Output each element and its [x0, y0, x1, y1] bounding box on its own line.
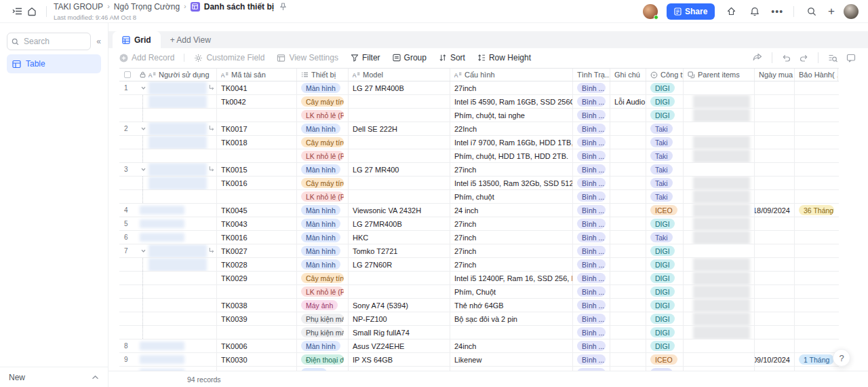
cell-company[interactable]: Taki — [646, 122, 684, 135]
cell-asset-code[interactable] — [217, 326, 297, 339]
cell-purchase-date[interactable] — [755, 122, 795, 135]
row-height-button[interactable]: Row Height — [477, 53, 531, 62]
cell-asset-code[interactable]: TK0030 — [217, 353, 297, 366]
filter-button[interactable]: Filter — [351, 53, 380, 62]
pin-icon[interactable] — [278, 2, 288, 12]
cell-parent-items[interactable] — [684, 149, 755, 162]
cell-parent-items[interactable] — [684, 272, 755, 284]
user-avatar[interactable] — [844, 4, 859, 19]
cell-model[interactable]: Dell SE 222H — [349, 122, 450, 135]
cell-device-type[interactable]: Cây máy tính — [297, 136, 349, 149]
cell-note[interactable] — [610, 258, 646, 271]
cell-model[interactable] — [349, 149, 450, 162]
cell-warranty[interactable] — [795, 285, 838, 298]
cell-user[interactable] — [136, 231, 217, 244]
cell-company[interactable]: DIGI — [646, 81, 684, 94]
cell-user[interactable] — [136, 217, 217, 230]
cell-parent-items[interactable] — [684, 312, 755, 325]
cell-row-number[interactable]: 1 — [119, 81, 136, 94]
cell-warranty[interactable] — [795, 136, 838, 149]
cell-model[interactable]: Viewsonic VA 2432H — [349, 204, 450, 217]
cell-user[interactable] — [136, 353, 217, 366]
cell-model[interactable] — [349, 95, 450, 108]
home-icon[interactable] — [24, 4, 39, 19]
cell-asset-code[interactable] — [217, 285, 297, 298]
cell-user[interactable] — [136, 299, 217, 312]
cell-note[interactable] — [610, 339, 646, 352]
cell-config[interactable]: Phím, chuột, HDD 1TB, HDD 2TB. — [450, 149, 573, 162]
cell-row-number[interactable] — [119, 326, 136, 339]
cell-company[interactable]: Taki — [646, 136, 684, 149]
col-header-model[interactable]: AModel — [349, 69, 450, 81]
cell-purchase-date[interactable] — [755, 95, 795, 108]
cell-row-number[interactable] — [119, 190, 136, 203]
cell-note[interactable] — [610, 285, 646, 298]
cell-model[interactable] — [349, 190, 450, 203]
expand-chevron-icon[interactable] — [140, 126, 146, 132]
cell-user[interactable] — [136, 136, 217, 149]
cell-note[interactable] — [610, 122, 646, 135]
cell-status[interactable]: Bình ... — [573, 136, 610, 149]
cell-note[interactable] — [610, 299, 646, 312]
cell-model[interactable]: LG 27MR400B — [349, 217, 450, 230]
cell-model[interactable]: Small Rig fullA74 — [349, 326, 450, 339]
cell-model[interactable] — [349, 285, 450, 298]
cell-config[interactable]: Phím, Chuột — [450, 285, 573, 298]
cell-model[interactable]: LG 27N60R — [349, 258, 450, 271]
cell-config[interactable]: 27inch — [450, 244, 573, 257]
cell-model[interactable] — [349, 136, 450, 149]
cell-user[interactable] — [136, 109, 217, 122]
cell-row-number[interactable]: 6 — [119, 231, 136, 244]
cell-asset-code[interactable]: TK0016 — [217, 231, 297, 244]
cell-note[interactable] — [610, 353, 646, 366]
cell-note[interactable] — [610, 177, 646, 189]
sidebar-new-button[interactable]: New — [0, 367, 108, 387]
create-new-icon[interactable]: + — [828, 5, 835, 17]
cell-asset-code[interactable]: TK0027 — [217, 244, 297, 257]
expand-chevron-icon[interactable] — [140, 248, 146, 254]
cell-status[interactable]: Bình ... — [573, 163, 610, 176]
cell-parent-items[interactable] — [684, 177, 755, 189]
col-header-date[interactable]: Ngày mua — [755, 69, 795, 81]
cell-warranty[interactable] — [795, 326, 838, 339]
cell-asset-code[interactable]: TK0016 — [217, 177, 297, 189]
cell-status[interactable]: Bình ... — [573, 285, 610, 298]
cell-company[interactable]: DIGI — [646, 244, 684, 257]
cell-note[interactable] — [610, 244, 646, 257]
cell-model[interactable] — [349, 177, 450, 189]
cell-status[interactable]: Bình ... — [573, 353, 610, 366]
automation-icon[interactable] — [724, 4, 738, 19]
cell-note[interactable] — [610, 149, 646, 162]
cell-company[interactable]: Taki — [646, 177, 684, 189]
cell-device-type[interactable]: Phụ kiện máy q... — [297, 312, 349, 325]
customize-field-button[interactable]: Customize Field — [194, 53, 264, 62]
cell-note[interactable] — [610, 204, 646, 217]
cell-status[interactable]: Bình ... — [573, 244, 610, 257]
cell-parent-items[interactable] — [684, 285, 755, 298]
cell-device-type[interactable]: LK nhỏ lẻ (Phím... — [297, 190, 349, 203]
cell-model[interactable]: Asus VZ24EHE — [349, 339, 450, 352]
col-header-user[interactable]: ANgười sử dụng — [136, 69, 217, 81]
sort-button[interactable]: Sort — [439, 53, 465, 62]
cell-company[interactable]: ICEO — [646, 204, 684, 217]
sidebar-collapse-icon[interactable]: « — [96, 37, 101, 46]
cell-purchase-date[interactable] — [755, 299, 795, 312]
cell-config[interactable]: 27inch — [450, 163, 573, 176]
cell-warranty[interactable] — [795, 258, 838, 271]
cell-asset-code[interactable]: TK0041 — [217, 81, 297, 94]
cell-row-number[interactable] — [119, 177, 136, 189]
cell-user[interactable] — [136, 272, 217, 284]
cell-user[interactable] — [136, 285, 217, 298]
cell-asset-code[interactable]: TK0029 — [217, 272, 297, 284]
cell-device-type[interactable]: LK nhỏ lẻ (Phím... — [297, 149, 349, 162]
cell-user[interactable] — [136, 149, 217, 162]
cell-device-type[interactable]: Màn hình — [297, 258, 349, 271]
cell-status[interactable]: Bình ... — [573, 149, 610, 162]
cell-asset-code[interactable]: Tk0042 — [217, 95, 297, 108]
cell-config[interactable]: Intel i7 9700, Ram 16Gb, HDD 1TB, VGA... — [450, 136, 573, 149]
cell-row-number[interactable]: 9 — [119, 353, 136, 366]
cell-note[interactable] — [610, 312, 646, 325]
cell-company[interactable]: Taki — [646, 190, 684, 203]
col-header-note[interactable]: Ghi chú — [610, 69, 646, 81]
more-options-icon[interactable]: ••• — [771, 6, 783, 17]
